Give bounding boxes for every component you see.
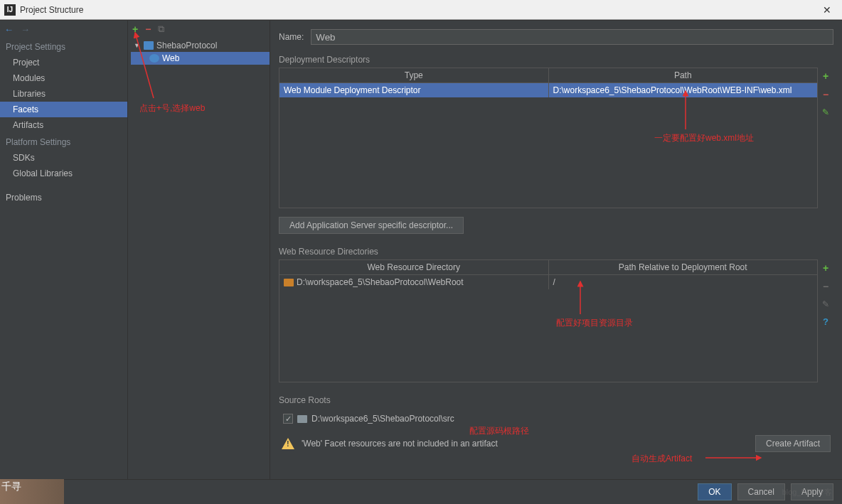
section-platform-settings: Platform Settings	[0, 133, 127, 150]
avatar-text: 千寻	[1, 481, 21, 493]
close-icon[interactable]: ✕	[816, 4, 838, 16]
sidebar-item-facets[interactable]: Facets	[0, 102, 127, 117]
folder-icon	[284, 279, 294, 286]
titlebar: IJ Project Structure ✕	[0, 0, 842, 20]
deploy-path-cell: D:\workspace6_5\ShebaoProtocol\WebRoot\W…	[549, 83, 818, 97]
webres-actions: + − ✎ ?	[818, 259, 833, 388]
sidebar-item-libraries[interactable]: Libraries	[0, 86, 127, 102]
back-icon[interactable]: ←	[4, 24, 14, 35]
add-facet-icon[interactable]: +	[132, 23, 138, 35]
window-title: Project Structure	[20, 5, 816, 15]
deploy-th-type: Type	[279, 68, 549, 82]
create-artifact-button[interactable]: Create Artifact	[755, 435, 831, 452]
main-area: ← → Project Settings Project Modules Lib…	[0, 20, 842, 479]
deploy-add-icon[interactable]: +	[823, 70, 828, 82]
add-server-descriptor-button[interactable]: Add Application Server specific descript…	[279, 217, 464, 234]
cancel-button[interactable]: Cancel	[737, 483, 785, 500]
webres-section-label: Web Resource Directories	[279, 247, 833, 257]
deploy-actions: + − ✎	[818, 68, 833, 214]
sidebar-toolbar: ← →	[0, 21, 127, 38]
source-root-row[interactable]: D:\workspace6_5\ShebaoProtocol\src	[279, 408, 833, 429]
webres-help-icon[interactable]: ?	[823, 316, 828, 327]
source-checkbox[interactable]	[283, 414, 293, 424]
sidebar-item-global-libraries[interactable]: Global Libraries	[0, 166, 127, 181]
sidebar-item-project[interactable]: Project	[0, 55, 127, 70]
source-path: D:\workspace6_5\ShebaoProtocol\src	[311, 414, 454, 424]
source-section-label: Source Roots	[279, 395, 833, 405]
warning-text: 'Web' Facet resources are not included i…	[302, 439, 748, 449]
facet-tree: ▼ ShebaoProtocol Web	[128, 38, 270, 65]
facet-name-input[interactable]	[311, 29, 833, 45]
section-project-settings: Project Settings	[0, 38, 127, 55]
forward-icon[interactable]: →	[21, 24, 30, 35]
apply-button[interactable]: Apply	[791, 483, 833, 500]
name-label: Name:	[279, 32, 304, 42]
tree-root-label: ShebaoProtocol	[156, 41, 217, 50]
sidebar-item-sdks[interactable]: SDKs	[0, 150, 127, 166]
ok-button[interactable]: OK	[698, 483, 731, 500]
webres-edit-icon[interactable]: ✎	[822, 299, 829, 309]
webres-th-rel: Path Relative to Deployment Root	[549, 260, 818, 274]
folder-icon	[297, 415, 307, 423]
expand-icon[interactable]: ▼	[134, 42, 141, 49]
avatar-watermark: 千寻	[0, 479, 64, 504]
sidebar-item-modules[interactable]: Modules	[0, 70, 127, 86]
facet-content: Name: Deployment Descriptors Type Path W…	[270, 21, 842, 479]
deploy-section-label: Deployment Descriptors	[279, 55, 833, 65]
deploy-row[interactable]: Web Module Deployment Descriptor D:\work…	[279, 83, 817, 97]
webres-table: Web Resource Directory Path Relative to …	[279, 259, 818, 382]
webres-row[interactable]: D:\workspace6_5\ShebaoProtocol\WebRoot /	[279, 275, 817, 289]
webres-rel-cell: /	[549, 275, 818, 289]
settings-sidebar: ← → Project Settings Project Modules Lib…	[0, 21, 128, 479]
web-facet-icon	[149, 54, 159, 63]
tree-child-label: Web	[162, 53, 179, 63]
warning-icon	[282, 438, 294, 449]
sidebar-item-problems[interactable]: Problems	[0, 190, 127, 205]
tree-node-web[interactable]: Web	[131, 52, 270, 65]
app-icon: IJ	[4, 4, 16, 16]
warning-row: 'Web' Facet resources are not included i…	[279, 429, 833, 458]
webres-th-dir: Web Resource Directory	[279, 260, 549, 274]
webres-dir-text: D:\workspace6_5\ShebaoProtocol\WebRoot	[297, 277, 464, 287]
remove-facet-icon[interactable]: −	[145, 23, 151, 35]
deploy-type-cell: Web Module Deployment Descriptor	[279, 83, 549, 97]
webres-dir-cell: D:\workspace6_5\ShebaoProtocol\WebRoot	[279, 275, 549, 289]
dialog-button-bar: 千寻 OK Cancel Apply blog_51C_?客	[0, 479, 842, 504]
webres-add-icon[interactable]: +	[823, 262, 828, 274]
deploy-edit-icon[interactable]: ✎	[822, 107, 829, 117]
webres-remove-icon[interactable]: −	[823, 281, 828, 292]
facet-tree-column: + − ⧉ ▼ ShebaoProtocol Web	[128, 21, 270, 479]
tree-node-root[interactable]: ▼ ShebaoProtocol	[131, 39, 270, 52]
module-icon	[144, 41, 154, 50]
tree-toolbar: + − ⧉	[128, 21, 270, 38]
sidebar-item-artifacts[interactable]: Artifacts	[0, 117, 127, 133]
deploy-remove-icon[interactable]: −	[823, 89, 828, 100]
copy-icon[interactable]: ⧉	[158, 23, 164, 35]
deploy-descriptors-table: Type Path Web Module Deployment Descript…	[279, 68, 818, 208]
deploy-th-path: Path	[549, 68, 818, 82]
